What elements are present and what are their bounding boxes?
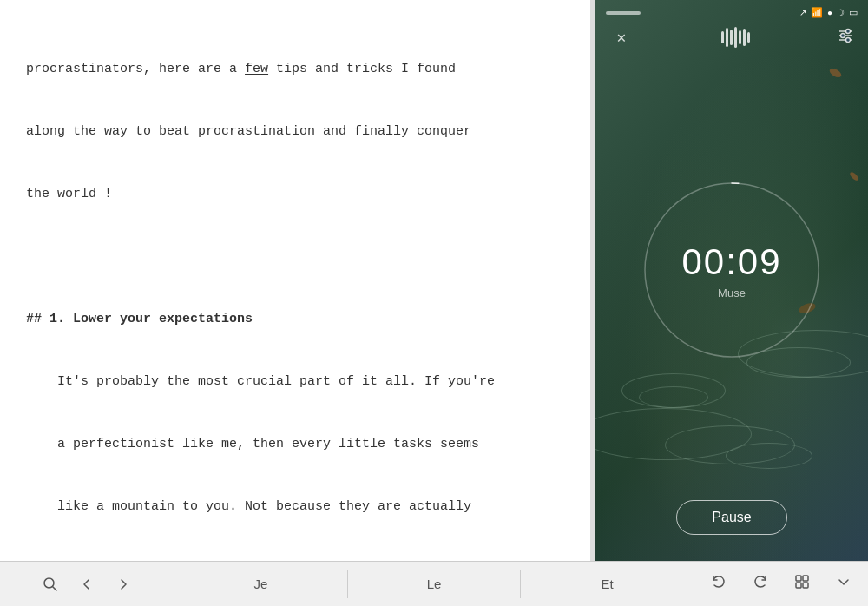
toolbar-left-section (0, 571, 174, 597)
text-editor[interactable]: procrastinators, here are a few tips and… (0, 0, 590, 561)
timer-track-label: Muse (681, 286, 781, 299)
toolbar-right-section (694, 570, 868, 598)
search-button[interactable] (36, 571, 65, 597)
text-line: along the way to beat procrastination an… (26, 122, 564, 142)
undo-button[interactable] (703, 570, 734, 598)
toolbar-section-et[interactable]: Et (521, 576, 694, 591)
timer-display: 00:09 Muse (681, 240, 781, 299)
text-line: like a mountain to you. Not because they… (26, 497, 564, 517)
toolbar-section-le[interactable]: Le (348, 576, 521, 591)
text-line: the world ! (26, 184, 564, 205)
svg-rect-10 (796, 576, 801, 581)
redo-button[interactable] (745, 570, 776, 598)
svg-point-3 (846, 29, 851, 33)
timer-circle-container: 00:09 Muse (595, 39, 868, 500)
svg-point-4 (841, 33, 845, 37)
arrow-icon: ↗ (799, 8, 806, 17)
toolbar-label-et: Et (602, 576, 614, 591)
grid-button[interactable] (786, 570, 818, 598)
forward-button[interactable] (108, 571, 138, 597)
svg-rect-11 (803, 576, 808, 581)
svg-rect-13 (803, 583, 808, 588)
toolbar-label-le: Le (427, 576, 442, 591)
timer-circle: 00:09 Muse (636, 175, 827, 366)
timer-panel: ↗ 📶 ● ☽ ▭ ✕ (595, 0, 868, 561)
svg-line-9 (53, 586, 57, 590)
text-line: It's probably the most crucial part of i… (26, 372, 564, 392)
back-button[interactable] (72, 571, 102, 597)
bottom-toolbar: Je Le Et (0, 561, 868, 606)
signal-icon: ● (827, 8, 832, 17)
battery-icon: ▭ (849, 7, 858, 18)
wifi-icon: 📶 (811, 7, 823, 18)
moon-icon: ☽ (837, 8, 845, 17)
svg-rect-12 (796, 583, 801, 588)
heading-1: ## 1. Lower your expectations (26, 309, 564, 330)
expand-button[interactable] (828, 570, 859, 598)
blank-line (26, 247, 564, 267)
pause-button-container: Pause (595, 500, 868, 561)
text-line: a perfectionist like me, then every litt… (26, 434, 564, 455)
timer-time: 00:09 (681, 240, 781, 282)
text-line: that difficult to do, but because you wa… (26, 559, 564, 561)
editor-content: procrastinators, here are a few tips and… (26, 17, 564, 561)
status-bar: ↗ 📶 ● ☽ ▭ (595, 0, 868, 22)
status-icons: ↗ 📶 ● ☽ ▭ (799, 7, 858, 18)
toolbar-label-je: Je (253, 576, 267, 591)
toolbar-section-je[interactable]: Je (174, 576, 347, 591)
status-bar-indicator (606, 11, 641, 15)
text-line: procrastinators, here are a few tips and… (26, 59, 564, 80)
pause-button[interactable]: Pause (676, 500, 786, 535)
